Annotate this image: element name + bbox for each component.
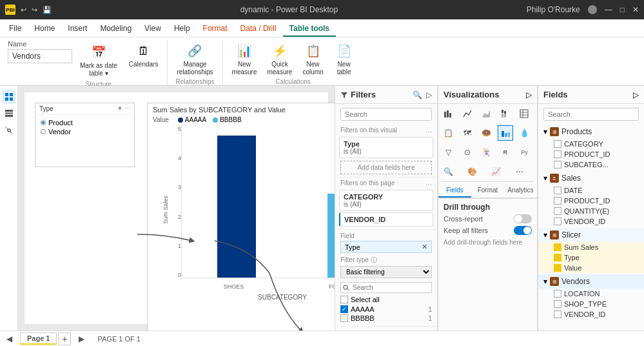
tab-file[interactable]: File	[3, 21, 28, 37]
tab-data-drill[interactable]: Data / Drill	[234, 21, 283, 37]
viz-icon-donut[interactable]: 🍩	[478, 125, 494, 141]
field-vendor-id[interactable]: VENDOR_ID	[538, 309, 644, 320]
select-all-checkbox[interactable]	[340, 296, 348, 303]
canvas-area[interactable]: Type ▼ ⋯ Product Vendor Sum Sales by SU	[18, 86, 335, 331]
date-checkbox[interactable]	[554, 187, 561, 194]
mark-date-table-btn[interactable]: 📅 Mark as datetable ▾	[76, 41, 121, 79]
tab-view[interactable]: View	[138, 21, 168, 37]
quantity-checkbox[interactable]	[554, 207, 561, 215]
category-checkbox[interactable]	[554, 140, 561, 148]
viz-icon-funnel[interactable]: ▽	[440, 145, 456, 160]
vendor-filter-search[interactable]	[340, 282, 432, 293]
slicer-visual[interactable]: Type ▼ ⋯ Product Vendor	[35, 103, 135, 167]
viz-icon-card[interactable]: 🃏	[478, 145, 494, 160]
slicer-section-header[interactable]: ▾ ⊞ Slicer	[538, 228, 644, 242]
fields-expand-icon[interactable]: ▷	[633, 90, 639, 99]
field-category[interactable]: CATEGORY	[538, 139, 644, 149]
maximize-btn[interactable]: □	[620, 5, 625, 14]
viz-icon-stacked-bar[interactable]	[498, 106, 513, 121]
viz-icon-table[interactable]	[516, 106, 532, 121]
report-view-icon[interactable]	[2, 90, 16, 104]
field-sales-vendor-id[interactable]: VENDOR_ID	[538, 216, 644, 227]
filter-type-select[interactable]: Basic filtering	[340, 266, 432, 278]
name-input[interactable]	[8, 49, 72, 63]
filter-search-box[interactable]	[340, 108, 432, 121]
viz-icon-bar[interactable]	[440, 106, 456, 121]
fields-search-input[interactable]	[543, 108, 639, 121]
field-quantity[interactable]: QUANTITY(E)	[538, 206, 644, 216]
filters-header-icons[interactable]: 🔍 ▷	[413, 90, 432, 99]
vendors-section-header[interactable]: ▾ ⊞ Vendors	[538, 274, 644, 289]
product-id-checkbox[interactable]	[554, 150, 561, 158]
slicer-item-vendor[interactable]: Vendor	[41, 128, 129, 136]
viz-icon-dots[interactable]: ⋯	[512, 164, 527, 179]
chart-visual[interactable]: Sum Sales by SUBCATEGORY and Value Value…	[147, 103, 335, 331]
next-page-btn[interactable]: ▶	[79, 334, 84, 343]
sales-product-id-checkbox[interactable]	[554, 197, 561, 205]
aaaaa-filter-row[interactable]: ✓ AAAAA 1	[340, 305, 432, 313]
location-checkbox[interactable]	[554, 290, 561, 298]
save-btn[interactable]: 💾	[43, 6, 52, 14]
tab-modeling[interactable]: Modeling	[93, 21, 138, 37]
cross-report-toggle[interactable]	[514, 214, 532, 223]
field-value[interactable]: Value	[538, 263, 644, 273]
field-product-id[interactable]: PRODUCT_ID	[538, 149, 644, 159]
shop-type-checkbox[interactable]	[554, 300, 561, 308]
filters-on-page-more[interactable]: …	[425, 179, 432, 187]
viz-icon-format[interactable]: 🎨	[464, 164, 480, 179]
new-table-btn[interactable]: 📄 Newtable	[330, 40, 358, 78]
field-type[interactable]: Type	[538, 252, 644, 263]
manage-relationships-btn[interactable]: 🔗 Managerelationships	[173, 40, 217, 78]
filters-on-visual-more[interactable]: …	[425, 127, 432, 134]
page-tab-1[interactable]: Page 1	[20, 332, 57, 345]
add-page-btn[interactable]: +	[58, 332, 71, 345]
field-sum-sales[interactable]: Sum Sales	[538, 242, 644, 252]
undo-btn[interactable]: ↩	[21, 6, 26, 14]
tab-format[interactable]: Format	[197, 21, 234, 37]
viz-icon-map[interactable]: 🗺	[460, 125, 475, 141]
close-btn[interactable]: ✕	[632, 5, 639, 14]
viz-tab-analytics[interactable]: Analytics	[504, 184, 537, 198]
fields-search-box[interactable]	[543, 108, 639, 121]
field-location[interactable]: LOCATION	[538, 289, 644, 299]
tab-table-tools[interactable]: Table tools	[283, 21, 336, 37]
viz-icon-waterfall[interactable]: 💧	[516, 125, 532, 141]
redo-btn[interactable]: ↪	[32, 6, 37, 14]
viz-icon-area[interactable]	[478, 106, 494, 121]
bbbbb-checkbox[interactable]	[340, 314, 348, 322]
minimize-btn[interactable]: —	[605, 5, 612, 14]
field-shop-type[interactable]: SHOP_TYPE	[538, 299, 644, 309]
value-checkbox[interactable]	[554, 264, 561, 272]
new-column-btn[interactable]: 📋 Newcolumn	[298, 40, 327, 78]
vendor-id-checkbox[interactable]	[554, 310, 561, 318]
quick-measure-btn[interactable]: ⚡ Quickmeasure	[263, 40, 296, 78]
add-data-fields-btn[interactable]: Add data fields here	[340, 161, 432, 174]
sales-section-header[interactable]: ▾ Σ Sales	[538, 171, 644, 185]
subcateg-checkbox[interactable]	[554, 161, 561, 168]
tab-insert[interactable]: Insert	[61, 21, 93, 37]
filter-search-input[interactable]	[340, 108, 432, 121]
type-filter-card[interactable]: Type is (All)	[339, 137, 433, 158]
viz-icon-clustered-col[interactable]	[498, 125, 513, 141]
type-field-display[interactable]: Type ✕	[340, 241, 432, 253]
new-measure-btn[interactable]: 📊 Newmeasure	[228, 40, 261, 78]
viz-tab-fields[interactable]: Fields	[438, 184, 471, 198]
data-view-icon[interactable]	[2, 107, 16, 121]
tab-home[interactable]: Home	[28, 21, 61, 37]
field-sales-product-id[interactable]: PRODUCT_ID	[538, 196, 644, 206]
viz-expand-icon[interactable]: ▷	[526, 90, 532, 99]
sum-sales-checkbox[interactable]	[554, 243, 561, 251]
prev-page-btn[interactable]: ◀	[6, 334, 12, 343]
category-filter-card[interactable]: CATEGORY is (All)	[339, 190, 433, 211]
viz-icon-gauge[interactable]: ⊙	[460, 145, 475, 160]
field-subcateg[interactable]: SUBCATEG...	[538, 159, 644, 170]
products-section-header[interactable]: ▾ ⊞ Products	[538, 125, 644, 139]
viz-icon-analytics2[interactable]: 📈	[488, 164, 503, 179]
filter-search-icon[interactable]: 🔍	[413, 90, 422, 99]
vendor-id-filter-card[interactable]: VENDOR_ID	[339, 212, 433, 227]
viz-icon-python[interactable]: Py	[516, 145, 532, 160]
aaaaa-checkbox[interactable]: ✓	[340, 305, 348, 313]
field-date[interactable]: DATE	[538, 185, 644, 196]
select-all-row[interactable]: Select all	[340, 296, 432, 303]
viz-icon-matrix[interactable]: 📋	[440, 125, 456, 141]
